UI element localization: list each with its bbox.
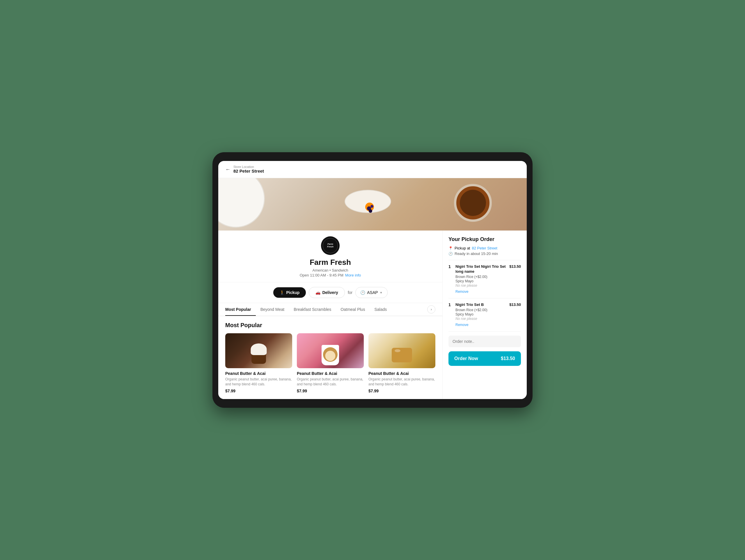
- nav-right-arrow[interactable]: ›: [427, 305, 435, 313]
- berry-decoration-2: [369, 209, 372, 213]
- car-icon: 🚗: [316, 290, 320, 295]
- hours-text: Open 11:00 AM - 9:45 PM: [300, 273, 344, 277]
- food-price-1: $7.99: [225, 388, 292, 393]
- pickup-location-link[interactable]: 82 Peter Street: [472, 246, 497, 250]
- tab-most-popular[interactable]: Most Popular: [225, 303, 256, 316]
- menu-item-details-3: Peanut Butter & Acai Organic peanut butt…: [368, 371, 435, 393]
- pickup-at-label: Pickup at: [455, 246, 470, 250]
- store-location-name: 82 Peter Street: [233, 168, 264, 174]
- food-desc-2: Organic peanut butter, acai puree, banan…: [297, 377, 364, 387]
- menu-item-image-3: [368, 333, 435, 368]
- pin-icon: 📍: [449, 246, 453, 250]
- food-name-1: Peanut Butter & Acai: [225, 371, 292, 376]
- asap-button[interactable]: 🕐 ASAP ▼: [355, 287, 387, 298]
- main-content: FarmFresh Farm Fresh American • Sandwich…: [218, 230, 527, 399]
- order-item-2: 1 Nigiri Trio Set B Brown Rice (+$2.00) …: [449, 303, 521, 327]
- food-desc-3: Organic peanut butter, acai puree, banan…: [368, 377, 435, 387]
- food-price-3: $7.99: [368, 388, 435, 393]
- menu-item-image-2: [297, 333, 364, 368]
- order-qty-2: 1: [449, 303, 453, 327]
- tablet-screen: ← Store Location 82 Peter Street: [218, 161, 527, 399]
- order-note-2: No roe please: [455, 317, 506, 321]
- plate-decoration: [218, 178, 265, 228]
- cupcake-frosting: [251, 343, 267, 355]
- menu-item-2[interactable]: Peanut Butter & Acai Organic peanut butt…: [297, 333, 364, 393]
- left-panel: FarmFresh Farm Fresh American • Sandwich…: [218, 230, 442, 399]
- restaurant-info: FarmFresh Farm Fresh American • Sandwich…: [218, 230, 442, 282]
- delivery-label: Delivery: [322, 290, 338, 295]
- order-details-2: Nigiri Trio Set B Brown Rice (+$2.00) Sp…: [455, 303, 506, 327]
- order-now-label: Order Now: [454, 356, 478, 361]
- order-item-1: 1 Nigiri Trio Set Nigiri Trio Set long n…: [449, 264, 521, 294]
- food-name-3: Peanut Butter & Acai: [368, 371, 435, 376]
- tablet-frame: ← Store Location 82 Peter Street: [213, 152, 532, 408]
- order-details-1: Nigiri Trio Set Nigiri Trio Set long nam…: [455, 264, 506, 294]
- menu-item-details-1: Peanut Butter & Acai Organic peanut butt…: [225, 371, 292, 393]
- order-mod-2b: Spicy Mayo: [455, 312, 506, 316]
- order-divider-1: [449, 260, 521, 260]
- coffee-cup-decoration: [454, 184, 492, 222]
- tab-salads[interactable]: Salads: [369, 303, 391, 316]
- order-price-1: $13.50: [509, 264, 521, 294]
- clock-icon: 🕐: [360, 290, 365, 295]
- order-total: $13.50: [501, 356, 515, 361]
- store-location-info: Store Location 82 Peter Street: [233, 165, 264, 174]
- pickup-order-title: Your Pickup Order: [449, 236, 521, 243]
- food-name-2: Peanut Butter & Acai: [297, 371, 364, 376]
- delivery-button[interactable]: 🚗 Delivery: [309, 287, 345, 298]
- section-title: Most Popular: [225, 322, 435, 329]
- remove-item-1[interactable]: Remove: [455, 290, 468, 294]
- action-buttons: 🚶 Pickup 🚗 Delivery for 🕐 ASAP ▼: [218, 282, 442, 303]
- tab-oatmeal-plus[interactable]: Oatmeal Plus: [336, 303, 369, 316]
- tab-breakfast-scrambles[interactable]: Breakfast Scrambles: [289, 303, 336, 316]
- right-panel: Your Pickup Order 📍 Pickup at 82 Peter S…: [442, 230, 527, 399]
- pickup-location-meta: 📍 Pickup at 82 Peter Street: [449, 246, 521, 250]
- clock-icon-small: 🕐: [449, 252, 453, 256]
- tab-beyond-meat[interactable]: Beyond Meat: [256, 303, 289, 316]
- pickup-button[interactable]: 🚶 Pickup: [273, 287, 306, 298]
- menu-item-3[interactable]: Peanut Butter & Acai Organic peanut butt…: [368, 333, 435, 393]
- store-location-label: Store Location: [233, 165, 264, 168]
- order-mod-1a: Brown Rice (+$2.00): [455, 275, 506, 279]
- order-mod-1b: Spicy Mayo: [455, 279, 506, 283]
- order-mod-2a: Brown Rice (+$2.00): [455, 308, 506, 312]
- pickup-icon: 🚶: [280, 290, 285, 295]
- latte-cup: [322, 345, 339, 365]
- menu-grid: Peanut Butter & Acai Organic peanut butt…: [225, 333, 435, 393]
- menu-item-1[interactable]: Peanut Butter & Acai Organic peanut butt…: [225, 333, 292, 393]
- restaurant-name: Farm Fresh: [310, 258, 351, 267]
- menu-item-image-1: [225, 333, 292, 368]
- logo-circle: FarmFresh: [323, 238, 338, 253]
- order-qty-1: 1: [449, 264, 453, 294]
- menu-item-details-2: Peanut Butter & Acai Organic peanut butt…: [297, 371, 364, 393]
- order-note-1: No roe please: [455, 283, 506, 287]
- food-price-2: $7.99: [297, 388, 364, 393]
- pickup-ready-meta: 🕐 Ready in about 15-20 min: [449, 251, 521, 256]
- order-divider-3: [449, 331, 521, 332]
- nav-tabs: Most Popular Beyond Meat Breakfast Scram…: [218, 303, 442, 316]
- order-note-input[interactable]: [449, 336, 521, 347]
- asap-label: ASAP: [367, 290, 378, 295]
- latte-liquid: [323, 347, 337, 362]
- remove-item-2[interactable]: Remove: [455, 323, 468, 327]
- pickup-label: Pickup: [286, 290, 300, 295]
- restaurant-hours: Open 11:00 AM - 9:45 PM More info: [300, 273, 361, 277]
- cupcake-base: [252, 354, 266, 364]
- logo-text: FarmFresh: [327, 243, 333, 248]
- order-item-name-1: Nigiri Trio Set Nigiri Trio Set long nam…: [455, 264, 506, 274]
- ready-text: Ready in about 15-20 min: [455, 251, 498, 256]
- back-button[interactable]: ←: [225, 166, 230, 173]
- hero-banner: [218, 178, 527, 230]
- order-now-button[interactable]: Order Now $13.50: [449, 351, 521, 366]
- for-label: for: [348, 290, 352, 295]
- most-popular-section: Most Popular Peanut Butter & Acai Organi…: [218, 316, 442, 399]
- pastry-shine: [395, 349, 400, 352]
- chevron-down-icon: ▼: [380, 291, 383, 294]
- restaurant-logo: FarmFresh: [321, 236, 339, 255]
- more-info-link[interactable]: More info: [345, 273, 361, 277]
- coffee-liquid-decoration: [460, 190, 486, 216]
- latte-art: [325, 351, 335, 361]
- pastry: [392, 348, 412, 362]
- top-bar: ← Store Location 82 Peter Street: [218, 161, 527, 178]
- restaurant-cuisine: American • Sandwich: [312, 268, 348, 273]
